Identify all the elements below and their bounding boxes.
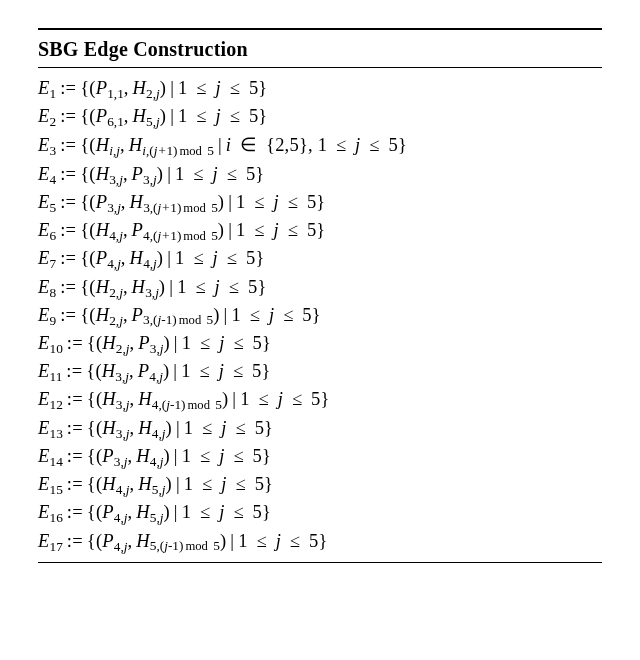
- definition-line: E10:={(H2,j, P3,j)|1 ≤ j ≤ 5}: [38, 333, 602, 357]
- definition-lines: E1:={(P1,1, H2,j)|1 ≤ j ≤ 5}E2:={(P6,1, …: [38, 78, 602, 562]
- definition-line: E6:={(H4,j, P4,(j+1)mod 5)|1 ≤ j ≤ 5}: [38, 220, 602, 244]
- bottom-horizontal-rule: [38, 562, 602, 563]
- definition-line: E5:={(P3,j, H3,(j+1)mod 5)|1 ≤ j ≤ 5}: [38, 192, 602, 216]
- definition-line: E16:={(P4,j, H5,j)|1 ≤ j ≤ 5}: [38, 502, 602, 526]
- definition-line: E8:={(H2,j, H3,j)|1 ≤ j ≤ 5}: [38, 277, 602, 301]
- block-title: SBG Edge Construction: [38, 38, 602, 67]
- definition-line: E14:={(P3,j, H4,j)|1 ≤ j ≤ 5}: [38, 446, 602, 470]
- definition-line: E4:={(H3,j, P3,j)|1 ≤ j ≤ 5}: [38, 164, 602, 188]
- definition-line: E13:={(H3,j, H4,j)|1 ≤ j ≤ 5}: [38, 418, 602, 442]
- definition-line: E2:={(P6,1, H5,j)|1 ≤ j ≤ 5}: [38, 106, 602, 130]
- definition-line: E9:={(H2,j, P3,(j-1)mod 5)|1 ≤ j ≤ 5}: [38, 305, 602, 329]
- definition-line: E1:={(P1,1, H2,j)|1 ≤ j ≤ 5}: [38, 78, 602, 102]
- top-horizontal-rule: [38, 28, 602, 30]
- definition-line: E15:={(H4,j, H5,j)|1 ≤ j ≤ 5}: [38, 474, 602, 498]
- definition-line: E3:={(Hi,j, Hi,(j+1)mod 5|i ∈ {2,5}, 1 ≤…: [38, 134, 602, 159]
- mid-horizontal-rule: [38, 67, 602, 68]
- definition-line: E7:={(P4,j, H4,j)|1 ≤ j ≤ 5}: [38, 248, 602, 272]
- algorithm-block: SBG Edge Construction E1:={(P1,1, H2,j)|…: [38, 28, 602, 563]
- definition-line: E11:={(H3,j, P4,j)|1 ≤ j ≤ 5}: [38, 361, 602, 385]
- definition-line: E12:={(H3,j, H4,(j-1)mod 5)|1 ≤ j ≤ 5}: [38, 389, 602, 413]
- definition-line: E17:={(P4,j, H5,(j-1)mod 5)|1 ≤ j ≤ 5}: [38, 531, 602, 555]
